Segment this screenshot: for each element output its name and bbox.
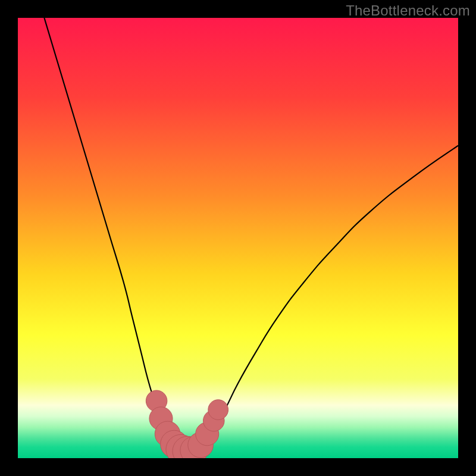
- watermark-text: TheBottleneck.com: [346, 2, 470, 19]
- curve-layer: [18, 18, 458, 458]
- curve-right: [194, 146, 458, 452]
- marker-dot: [208, 400, 228, 420]
- curve-left: [44, 18, 180, 452]
- marker-group: [146, 390, 228, 458]
- outer-frame: TheBottleneck.com: [0, 0, 476, 476]
- plot-area: [18, 18, 458, 458]
